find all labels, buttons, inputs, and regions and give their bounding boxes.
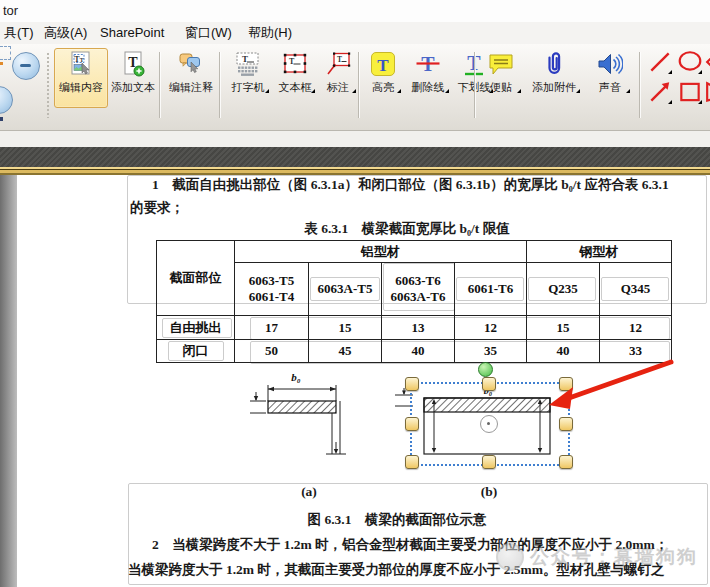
table-cell: 13 xyxy=(382,316,455,340)
callout-icon: T xyxy=(325,51,351,77)
draw-rectangle-button[interactable] xyxy=(676,78,704,106)
rotate-handle[interactable] xyxy=(478,362,493,377)
dropdown-arrow-icon[interactable] xyxy=(698,70,702,74)
button-label: 打字机 xyxy=(232,80,265,95)
paragraph-2-line-2[interactable]: 当横梁跨度大于 1.2m 时，其截面主要受力部位的厚度不应小于 2.5mm。型材… xyxy=(128,561,665,579)
svg-text:TT: TT xyxy=(74,55,83,64)
dropdown-arrow-icon[interactable] xyxy=(311,89,315,93)
table-subheader: 6063A-T5 xyxy=(309,263,382,316)
table-row: 自由挑出 17 15 13 12 15 12 xyxy=(157,316,672,340)
dropdown-arrow-icon[interactable] xyxy=(517,89,521,93)
toolbar-grip[interactable] xyxy=(46,52,51,118)
menu-tools[interactable]: 具(T) xyxy=(0,24,38,42)
edit-annotation-button[interactable]: 编辑注释 xyxy=(164,48,218,108)
table-subheader: 6061-T6 xyxy=(455,263,527,316)
table-cell: 50 xyxy=(235,340,309,363)
draw-line-button[interactable] xyxy=(646,48,674,76)
table-corner-cell: 截面部位 xyxy=(157,241,235,316)
dropdown-arrow-icon[interactable] xyxy=(626,89,630,93)
red-arrow-annotation[interactable] xyxy=(545,356,677,416)
figure-label-a: (a) xyxy=(287,484,331,500)
clipped-shape-icon xyxy=(705,79,710,105)
selection-handle-sw[interactable] xyxy=(405,455,419,469)
button-label: 编辑注释 xyxy=(169,80,213,95)
strikeout-button[interactable]: T 删除线 xyxy=(404,48,452,108)
typewriter-button[interactable]: T 打字机 xyxy=(224,48,272,108)
window-title: tor xyxy=(3,3,18,18)
clipped-edge-fragment xyxy=(0,117,3,121)
table-cell: 35 xyxy=(455,340,527,363)
dropdown-arrow-icon[interactable] xyxy=(576,89,580,93)
draw-clipped-button[interactable] xyxy=(704,48,710,76)
toolbar-separator xyxy=(639,52,640,118)
paragraph-1-line-1[interactable]: 1 截面自由挑出部位（图 6.3.1a）和闭口部位（图 6.3.1b）的宽厚比 … xyxy=(152,176,669,194)
selection-handle-s[interactable] xyxy=(482,455,496,469)
table-cell: 17 xyxy=(235,316,309,340)
callout-button[interactable]: T 标注 xyxy=(318,48,358,108)
selection-handle-e[interactable] xyxy=(559,417,573,431)
paragraph-1-line-2[interactable]: 的要求； xyxy=(130,199,184,217)
clipped-icon-fragment xyxy=(0,62,3,65)
paragraph-2-line-1[interactable]: 2 当横梁跨度不大于 1.2m 时，铝合金型材截面主要受力部位的厚度不应小于 2… xyxy=(152,536,668,554)
selection-handle-n[interactable] xyxy=(482,377,496,391)
button-label: 便贴 xyxy=(490,80,512,95)
paperclip-icon xyxy=(541,51,567,77)
dropdown-arrow-icon[interactable] xyxy=(668,70,672,74)
center-mark xyxy=(480,415,498,433)
selection-handle-se[interactable] xyxy=(559,455,573,469)
button-label: 删除线 xyxy=(412,80,445,95)
zoom-in-button-clipped[interactable] xyxy=(0,86,13,114)
draw-clipped-button[interactable] xyxy=(704,78,710,106)
table-cell: 12 xyxy=(600,316,672,340)
selection-handle-w[interactable] xyxy=(405,417,419,431)
title-bar: tor xyxy=(0,0,710,22)
figure-caption[interactable]: 图 6.3.1 横梁的截面部位示意 xyxy=(157,511,637,529)
row-label: 闭口 xyxy=(157,340,235,363)
edit-content-icon: TT xyxy=(68,51,94,77)
dropdown-arrow-icon[interactable] xyxy=(668,100,672,104)
button-label: 添加附件 xyxy=(532,80,576,95)
draw-oval-button[interactable] xyxy=(676,48,704,76)
sticky-note-button[interactable]: 便贴 xyxy=(478,48,524,108)
table-cell: 45 xyxy=(309,340,382,363)
toolbar-separator xyxy=(159,52,160,118)
dropdown-arrow-icon[interactable] xyxy=(352,89,356,93)
draw-arrow-button[interactable] xyxy=(646,78,674,106)
figure-label-b: (b) xyxy=(467,484,511,500)
svg-text:T: T xyxy=(377,56,389,75)
limits-table[interactable]: 截面部位 铝型材 钢型材 6063-T5 6061-T4 6063A-T5 60… xyxy=(156,240,672,363)
sound-button[interactable]: 声音 xyxy=(586,48,634,108)
table-group-aluminum: 铝型材 xyxy=(235,241,527,263)
alloy-6063-T5: 6063-T5 xyxy=(235,273,308,289)
dropdown-arrow-icon[interactable] xyxy=(265,89,269,93)
dropdown-arrow-icon[interactable] xyxy=(698,100,702,104)
table-subheader: 6063-T5 6061-T4 xyxy=(235,263,309,316)
sticky-note-icon xyxy=(488,51,514,77)
button-label: 添加文本 xyxy=(111,80,155,95)
menu-window[interactable]: 窗口(W) xyxy=(181,24,236,42)
alloy-6063-T6: 6063-T6 xyxy=(382,273,454,289)
textbox-button[interactable]: T 文本框 xyxy=(272,48,318,108)
zoom-out-button[interactable] xyxy=(12,52,40,80)
selection-tool-icon[interactable] xyxy=(0,46,11,60)
toolbar: TT 编辑内容 T 添加文本 xyxy=(0,44,710,131)
button-label: 声音 xyxy=(599,80,621,95)
add-attachment-button[interactable]: 添加附件 xyxy=(524,48,584,108)
selection-handle-nw[interactable] xyxy=(405,377,419,391)
table-subheader: Q345 xyxy=(600,263,672,316)
clipped-shape-icon xyxy=(705,49,710,75)
toolbar-separator xyxy=(358,52,359,118)
menu-help[interactable]: 帮助(H) xyxy=(244,24,296,42)
edit-content-button[interactable]: TT 编辑内容 xyxy=(54,48,108,108)
menu-advanced[interactable]: 高级(A) xyxy=(40,24,91,42)
menu-sharepoint[interactable]: SharePoint xyxy=(96,24,168,42)
dropdown-arrow-icon[interactable] xyxy=(445,89,449,93)
add-text-icon: T xyxy=(120,51,146,77)
button-label: 高亮 xyxy=(372,80,394,95)
dropdown-arrow-icon[interactable] xyxy=(397,89,401,93)
toolbar-lower-strip xyxy=(0,131,710,147)
table-caption[interactable]: 表 6.3.1 横梁截面宽厚比 b₀/t 限值 xyxy=(137,220,677,238)
dim-label-b0: b₀ xyxy=(291,371,301,383)
highlight-button[interactable]: T 高亮 xyxy=(362,48,404,108)
add-text-button[interactable]: T 添加文本 xyxy=(108,48,158,108)
